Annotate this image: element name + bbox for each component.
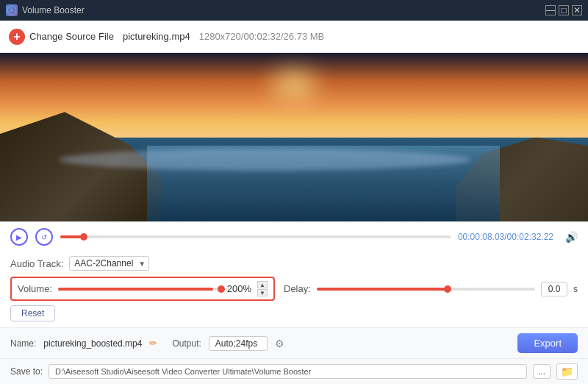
volume-slider-fill	[58, 288, 213, 291]
close-button[interactable]: ✕	[572, 5, 582, 15]
video-scene	[0, 53, 588, 221]
volume-delay-row: Volume: 200% ▲ ▼ Delay: 0.0	[10, 277, 578, 301]
audio-track-select[interactable]: AAC-2Channel	[69, 256, 149, 271]
gear-icon[interactable]: ⚙	[275, 338, 284, 349]
name-label: Name:	[10, 338, 36, 349]
sun-glow	[272, 70, 316, 99]
volume-label: Volume:	[18, 283, 52, 294]
title-bar: Volume Booster — □ ✕	[0, 0, 588, 21]
volume-slider[interactable]	[58, 288, 221, 291]
volume-box: Volume: 200% ▲ ▼	[10, 277, 275, 301]
saveto-row: Save to: D:\Aiseesoft Studio\Aiseesoft V…	[0, 358, 588, 384]
saveto-label: Save to:	[10, 366, 43, 377]
folder-button[interactable]: 📁	[556, 363, 578, 380]
name-value: pictureking_boosted.mp4	[43, 338, 142, 349]
change-source-label: Change Source File	[29, 31, 114, 42]
video-preview	[0, 53, 588, 221]
saveto-path: D:\Aiseesoft Studio\Aiseesoft Video Conv…	[49, 364, 527, 379]
volume-slider-thumb	[218, 285, 225, 293]
play-button[interactable]: ▶	[10, 228, 28, 246]
repeat-button[interactable]: ↺	[35, 228, 53, 246]
seek-bar[interactable]	[60, 235, 451, 238]
play-icon: ▶	[16, 233, 22, 241]
playback-controls: ▶ ↺ 00:00:08.03/00:02:32.22 🔊	[0, 221, 588, 253]
delay-label: Delay:	[284, 283, 311, 294]
audio-track-label: Audio Track:	[10, 258, 63, 269]
playback-row: ▶ ↺ 00:00:08.03/00:02:32.22 🔊	[10, 228, 578, 246]
maximize-button[interactable]: □	[559, 5, 569, 15]
output-value: Auto;24fps	[209, 336, 268, 351]
minimize-button[interactable]: —	[545, 5, 556, 15]
file-info: 1280x720/00:02:32/26.73 MB	[199, 31, 325, 42]
change-source-button[interactable]: + Change Source File	[9, 29, 114, 45]
folder-icon: 📁	[561, 366, 573, 377]
audio-track-select-wrapper: AAC-2Channel ▼	[69, 256, 149, 271]
delay-unit: s	[573, 284, 578, 294]
reset-button[interactable]: Reset	[10, 305, 55, 321]
plus-circle-icon: +	[9, 29, 25, 45]
time-display: 00:00:08.03/00:02:32.22	[458, 232, 553, 242]
seek-thumb	[80, 233, 87, 241]
repeat-icon: ↺	[41, 233, 47, 241]
bottom-controls: Audio Track: AAC-2Channel ▼ Volume: 200%…	[0, 253, 588, 327]
volume-spin-up[interactable]: ▲	[257, 281, 268, 288]
volume-icon[interactable]: 🔊	[565, 231, 578, 243]
volume-spinner: ▲ ▼	[257, 281, 268, 296]
main-area: + Change Source File pictureking.mp4 128…	[0, 21, 588, 384]
dots-button[interactable]: ...	[533, 364, 551, 379]
audio-track-row: Audio Track: AAC-2Channel ▼	[10, 256, 578, 271]
volume-spin-down[interactable]: ▼	[257, 289, 268, 296]
file-name: pictureking.mp4	[123, 31, 190, 42]
volume-percent: 200%	[227, 283, 251, 294]
delay-section: Delay: 0.0 s	[284, 282, 578, 296]
delay-slider[interactable]	[317, 288, 535, 291]
export-button[interactable]: Export	[517, 333, 578, 353]
app-title: Volume Booster	[22, 5, 541, 15]
edit-icon[interactable]: ✏	[149, 338, 157, 349]
window-controls: — □ ✕	[545, 5, 582, 15]
delay-slider-fill	[317, 288, 448, 291]
toolbar: + Change Source File pictureking.mp4 128…	[0, 21, 588, 53]
svg-marker-1	[10, 8, 14, 13]
app-icon	[6, 4, 18, 16]
output-row: Name: pictureking_boosted.mp4 ✏ Output: …	[0, 327, 588, 358]
delay-value[interactable]: 0.0	[541, 282, 567, 296]
delay-slider-thumb	[444, 285, 451, 293]
output-label: Output:	[172, 338, 201, 349]
